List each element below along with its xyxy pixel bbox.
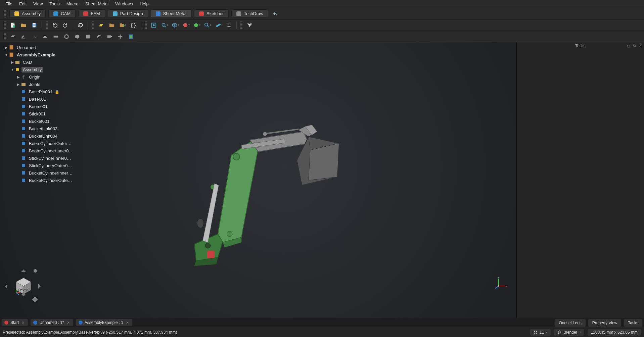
flatten-button[interactable]	[116, 32, 125, 41]
bend-button[interactable]	[94, 32, 103, 41]
menu-view[interactable]: View	[30, 0, 46, 7]
wb-sketcher[interactable]: Sketcher	[194, 9, 229, 18]
tree-item[interactable]: ▶ Origin	[1, 73, 92, 81]
status-navstyle-chip[interactable]: Blender ▾	[554, 329, 584, 336]
nav-corner-icon[interactable]	[32, 297, 38, 302]
tab-property-view[interactable]: Property View	[588, 319, 622, 327]
refresh-button[interactable]	[76, 20, 85, 30]
close-icon[interactable]: ✕	[125, 321, 130, 325]
wb-assembly[interactable]: Assembly	[9, 9, 46, 18]
wb-partdesign[interactable]: Part Design	[108, 9, 148, 18]
tree-item[interactable]: ▶ Unnamed	[1, 44, 92, 51]
doc-tab[interactable]: Unnamed : 1* ✕	[30, 319, 73, 326]
grip-icon[interactable]	[240, 21, 242, 29]
solid-corner-button[interactable]	[73, 32, 82, 41]
nav-persp-icon[interactable]	[34, 269, 37, 273]
fold-button[interactable]	[40, 32, 50, 41]
status-dims-chip[interactable]: 1208.45 mm x 623.06 mm	[587, 329, 641, 336]
tree-item[interactable]: BoomCylinderOuter…	[1, 140, 92, 147]
iso-view-button[interactable]: ▾	[171, 20, 180, 30]
wb-techdraw[interactable]: TechDraw	[231, 9, 268, 18]
whatsthis-button[interactable]: ?	[245, 20, 254, 30]
corner-relief-button[interactable]	[62, 32, 71, 41]
menu-macro[interactable]: Macro	[63, 0, 82, 7]
add-workbench-button[interactable]: +▾	[271, 11, 279, 17]
tree-item[interactable]: BucketCylinderOute…	[1, 177, 92, 184]
tree-item[interactable]: BucketLink003	[1, 125, 92, 132]
panel-min-icon[interactable]: ▢	[626, 43, 631, 48]
tree-item[interactable]: ▼ Assembly	[1, 66, 92, 73]
grip-icon[interactable]	[4, 33, 6, 40]
tree-item[interactable]: Stick001	[1, 110, 92, 117]
doc-tab[interactable]: Start ✕	[1, 319, 28, 326]
nav-down-arrow[interactable]	[21, 294, 26, 299]
grip-icon[interactable]	[46, 21, 48, 29]
new-file-button[interactable]	[8, 20, 17, 30]
save-file-button[interactable]	[30, 20, 39, 30]
toggle-clip-button[interactable]	[224, 20, 234, 30]
junction-button[interactable]	[83, 32, 93, 41]
wb-cam[interactable]: CAM	[48, 9, 76, 18]
wb-sheetmetal[interactable]: Sheet Metal	[151, 9, 191, 18]
grip-icon[interactable]	[4, 10, 6, 17]
braces-button[interactable]: { }	[129, 20, 138, 30]
fit-selection-button[interactable]: ▾	[160, 20, 169, 30]
open-file-button[interactable]	[19, 20, 28, 30]
menu-sheetmetal[interactable]: Sheet Metal	[82, 0, 112, 7]
tree-item[interactable]: ▶ CAD	[1, 58, 92, 66]
unfold-button[interactable]	[51, 32, 60, 41]
tab-ondsel-lens[interactable]: Ondsel Lens	[554, 319, 586, 327]
nav-left-arrow[interactable]	[3, 284, 7, 289]
panel-float-icon[interactable]: ⧉	[632, 43, 637, 48]
tree-item[interactable]: ▼ AssemblyExample	[1, 51, 92, 58]
folder-button[interactable]	[107, 20, 117, 30]
nav-up-arrow[interactable]	[21, 267, 26, 272]
close-icon[interactable]: ✕	[21, 321, 25, 325]
tree-item[interactable]: StickCylinderInner0…	[1, 154, 92, 162]
grip-icon[interactable]	[92, 21, 94, 29]
export-button[interactable]: ▾	[118, 20, 127, 30]
tree-item[interactable]: Boom001	[1, 103, 92, 110]
expand-arrow[interactable]: ▶	[4, 46, 9, 49]
expand-arrow[interactable]: ▶	[10, 60, 15, 64]
nav-right-arrow[interactable]	[38, 284, 43, 289]
expand-arrow[interactable]: ▶	[16, 83, 21, 86]
sketch-on-sheet-button[interactable]	[105, 32, 114, 41]
expand-arrow[interactable]: ▼	[4, 53, 9, 57]
tree-item[interactable]: BoomCylinderInner0…	[1, 147, 92, 154]
nav-cube[interactable]: FRONT	[3, 267, 43, 304]
doc-tab[interactable]: AssemblyExample : 1 ✕	[76, 319, 133, 326]
measure-button[interactable]	[214, 20, 223, 30]
menu-help[interactable]: Help	[136, 0, 152, 7]
make-base-button[interactable]	[8, 32, 17, 41]
zoom-button[interactable]: ▾	[203, 20, 212, 30]
3d-viewport[interactable]: ▶ Unnamed ▼ AssemblyExample ▶ CAD ▼ Asse…	[0, 42, 516, 318]
tree-item[interactable]: BucketLink004	[1, 132, 92, 140]
panel-close-icon[interactable]: ✕	[638, 43, 643, 48]
tree-item[interactable]: ▶ Joints	[1, 81, 92, 88]
grip-icon[interactable]	[145, 21, 147, 29]
grip-icon[interactable]	[4, 21, 6, 29]
wb-fem[interactable]: FEM	[78, 9, 105, 18]
extend-button[interactable]	[30, 32, 39, 41]
redo-button[interactable]	[61, 20, 70, 30]
expand-arrow[interactable]: ▼	[10, 68, 15, 71]
forming-button[interactable]	[126, 32, 136, 41]
tree-item[interactable]: Bucket001	[1, 117, 92, 125]
status-count-chip[interactable]: 11 ▾	[530, 329, 551, 336]
menu-edit[interactable]: Edit	[16, 0, 30, 7]
sheetmetal-base-button[interactable]	[96, 20, 106, 30]
draw-style-button[interactable]: ▾	[181, 20, 191, 30]
menu-file[interactable]: File	[2, 0, 16, 7]
make-wall-button[interactable]	[19, 32, 28, 41]
menu-tools[interactable]: Tools	[46, 0, 63, 7]
tab-tasks[interactable]: Tasks	[624, 319, 643, 327]
tree-item[interactable]: BucketCylinderInner…	[1, 169, 92, 177]
fit-all-button[interactable]	[149, 20, 158, 30]
tree-item[interactable]: BasePin001🔒	[1, 88, 92, 95]
menu-windows[interactable]: Windows	[112, 0, 136, 7]
appearance-button[interactable]: ▾	[192, 20, 201, 30]
expand-arrow[interactable]: ▶	[16, 75, 21, 79]
tree-item[interactable]: Base001	[1, 95, 92, 103]
close-icon[interactable]: ✕	[66, 321, 71, 325]
